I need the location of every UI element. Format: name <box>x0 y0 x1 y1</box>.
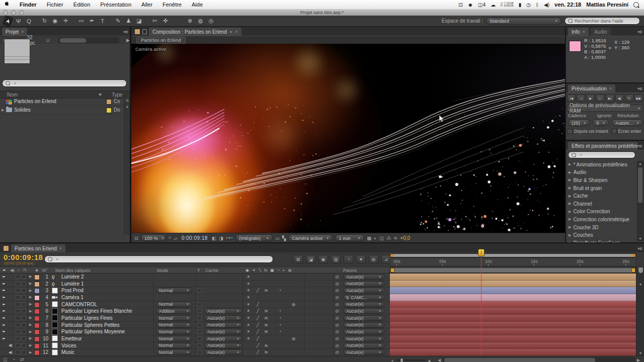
solo-cell[interactable] <box>16 301 20 308</box>
solo-box[interactable] <box>16 309 20 313</box>
switch-fx[interactable]: fx <box>265 349 268 355</box>
cadence-dropdown[interactable]: (25) ▼ <box>568 119 590 126</box>
panel-menu-icon[interactable]: ▾≣ <box>637 144 642 148</box>
chevron-down-icon[interactable]: ▼ <box>229 30 232 34</box>
switch-fx[interactable]: fx <box>265 322 268 328</box>
switch-fx[interactable]: fx <box>265 308 268 314</box>
effects-category-row[interactable]: ▶Bruit et grain <box>566 185 637 193</box>
type-tool-icon[interactable]: T <box>98 17 107 25</box>
window-titlebar[interactable]: Projet sans titre.aep * <box>0 9 644 16</box>
scroll-up-icon[interactable]: ⧉ <box>124 99 130 103</box>
layer-duration-bar[interactable] <box>390 328 636 335</box>
close-icon[interactable]: × <box>583 29 585 34</box>
tab-project[interactable]: Projet × <box>2 28 27 36</box>
t-cell[interactable] <box>197 342 202 349</box>
layer-row[interactable]: ◀)▶12MusicNormal▼Aucun(e)▼╱fx@Aucun(e)▼ <box>0 349 390 356</box>
switch-mb[interactable]: ◔ <box>279 287 281 294</box>
expander-icon[interactable]: ▶ <box>569 217 571 221</box>
scroll-down-icon[interactable]: ▼ <box>636 351 644 355</box>
mask-visibility-icon[interactable]: ▱ <box>174 235 177 241</box>
layer-expander[interactable]: ▶ <box>29 342 32 349</box>
playhead-handle[interactable] <box>478 249 485 256</box>
expander-icon[interactable]: ▶ <box>569 186 571 190</box>
brainstorm-icon[interactable]: ✷ <box>356 255 366 264</box>
menubar-item[interactable]: Aide <box>187 2 208 8</box>
effects-category-row[interactable]: ▶Blur & Sharpen <box>566 176 637 185</box>
t-box[interactable] <box>197 329 202 334</box>
lock-cell[interactable] <box>22 287 26 294</box>
audio-toggle[interactable]: ◀) <box>9 349 13 355</box>
layer-duration-bar[interactable] <box>390 294 636 301</box>
scroll-right-icon[interactable]: ▶ <box>637 358 640 362</box>
cloud-icon[interactable]: ☁ <box>491 2 496 8</box>
quality-header-icon[interactable]: ╲ <box>259 268 261 273</box>
comp-subtab[interactable]: Particles on Erlend <box>136 37 186 44</box>
layer-name[interactable]: Lumière 2 <box>61 274 84 280</box>
layer-expander[interactable]: ▶ <box>29 328 32 335</box>
expander-icon[interactable]: ▶ <box>569 210 571 214</box>
label-color-chip[interactable] <box>106 108 112 113</box>
tab-effects[interactable]: Effets et paramètres prédéfinis <box>568 142 637 150</box>
layer-color-chip[interactable] <box>34 282 40 287</box>
switch-fx[interactable]: fx <box>265 315 268 321</box>
switch-quality[interactable]: ╱ <box>257 342 259 349</box>
eye-toggle[interactable]: ● <box>3 322 5 328</box>
resolution-dropdown[interactable]: (Intégrale)▼ <box>235 234 273 241</box>
solo-box[interactable] <box>16 288 20 293</box>
volume-icon[interactable]: ◀) <box>544 2 549 8</box>
reset-exposure-icon[interactable]: ✳ <box>393 235 397 241</box>
layer-row[interactable]: ●▶2ϙLumière 1☀@Aucun(e)▼ <box>0 281 390 288</box>
sort-arrow-icon[interactable]: ▲ <box>124 105 130 108</box>
switch-fx[interactable]: fx <box>265 287 268 294</box>
layer-row[interactable]: ●▶6Particular Lignes Fines BlancheAdditi… <box>0 308 390 315</box>
current-time[interactable]: 0:00:09:18 <box>180 235 209 241</box>
solo-box[interactable] <box>16 316 20 320</box>
switch-fx[interactable]: fx <box>265 328 268 335</box>
lock-cell[interactable] <box>22 294 26 301</box>
layer-expander[interactable]: ▶ <box>29 315 32 321</box>
solo-cell[interactable] <box>16 281 20 287</box>
solo-column-icon[interactable]: ○ <box>17 268 20 273</box>
adjustment-header-icon[interactable]: ◐ <box>283 268 285 273</box>
view-dropdown[interactable]: Caméra active▼ <box>288 234 333 241</box>
timeline-button-icon[interactable]: ◫ <box>379 235 384 241</box>
column-cache[interactable]: Cache <box>205 268 218 273</box>
pen-tool-icon[interactable]: ✒ <box>87 17 97 25</box>
layer-color-chip[interactable] <box>34 316 40 321</box>
project-item-name[interactable]: Particles on Erlend <box>14 99 56 104</box>
layer-expander[interactable]: ▶ <box>29 301 32 308</box>
close-icon[interactable]: × <box>235 29 237 34</box>
switch-mb[interactable]: ◔ <box>279 315 281 321</box>
safe-margins-icon[interactable]: ⌗ <box>169 235 171 241</box>
parent-dropdown[interactable]: 5. CAMC...▼ <box>343 295 384 300</box>
comp-mini-flowchart-icon[interactable]: ⊞ <box>293 255 303 264</box>
parent-dropdown[interactable]: Aucun(e)▼ <box>343 308 384 314</box>
switch-mb[interactable]: ◔ <box>279 308 281 314</box>
column-number[interactable]: N° <box>42 268 47 273</box>
lock-box[interactable] <box>22 309 26 313</box>
layer-name[interactable]: CAMCONTROL <box>61 301 97 308</box>
layer-duration-bar[interactable] <box>390 335 636 342</box>
transparency-grid-icon[interactable]: ▚ <box>282 235 286 241</box>
t-box[interactable] <box>197 309 202 313</box>
lock-box[interactable] <box>22 282 26 286</box>
switch-quality[interactable]: ╱ <box>257 301 259 308</box>
t-cell[interactable] <box>197 301 202 308</box>
track-matte-dropdown[interactable]: Aucun(e)▼ <box>204 308 243 314</box>
menubar-item[interactable]: Fenêtre <box>157 2 187 8</box>
expander-icon[interactable]: ▶ <box>569 178 571 182</box>
work-area-end-handle[interactable] <box>631 268 635 273</box>
timeline-search-input[interactable]: ▾ <box>44 255 273 263</box>
eye-toggle[interactable]: ● <box>3 294 5 301</box>
layer-name[interactable]: Particular Spheres Petites <box>61 322 120 328</box>
composition-viewer[interactable]: Caméra active <box>131 44 565 233</box>
layer-name[interactable]: Music <box>61 349 74 355</box>
track-matte-dropdown[interactable]: Aucun(e)▼ <box>204 336 243 341</box>
frame-blend-header-icon[interactable]: ▣ <box>270 268 274 273</box>
solo-cell[interactable] <box>16 308 20 314</box>
last-frame-button[interactable]: ▶| <box>606 95 614 102</box>
t-cell[interactable] <box>197 287 202 294</box>
layer-color-chip[interactable] <box>34 336 40 342</box>
comp-flowchart-icon[interactable]: ⁂ <box>386 235 391 241</box>
show-channels-icon[interactable] <box>226 237 233 239</box>
